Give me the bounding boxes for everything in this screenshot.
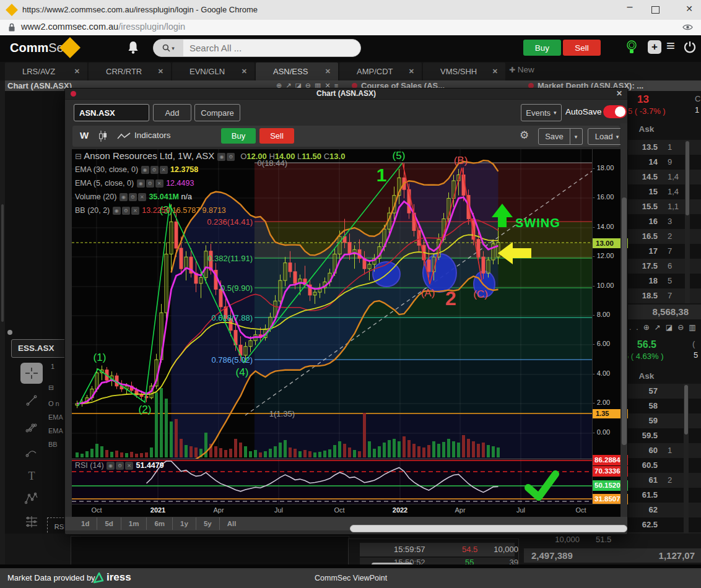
depth-row[interactable]: 61.5 [627, 488, 701, 503]
tab-close-icon[interactable]: ✕ [325, 67, 331, 76]
modal-hscrollbar[interactable] [350, 525, 627, 532]
tape-row[interactable]: 15:59:57 54.5 10,000 [360, 543, 515, 556]
close-window-icon[interactable]: ✕ [680, 4, 699, 14]
tab-crr-rtr[interactable]: CRR/RTR✕ [89, 63, 171, 80]
tab-close-icon[interactable]: ✕ [492, 67, 498, 76]
buy-button[interactable]: Buy [523, 40, 561, 56]
add-button[interactable]: Add [153, 104, 191, 121]
remove-icon[interactable]: ✕ [155, 179, 163, 188]
depth-row[interactable]: 17.56 [627, 259, 701, 274]
tab-vms-shh[interactable]: VMS/SHH✕ [423, 63, 505, 80]
search-input[interactable] [188, 40, 352, 56]
eye-icon[interactable]: ◉ [141, 166, 149, 174]
gear-icon[interactable]: ⚙ [150, 166, 159, 174]
events-dropdown[interactable]: Events▾ [521, 104, 562, 121]
tab-amp-cdt[interactable]: AMP/CDT✕ [339, 63, 422, 80]
power-icon[interactable] [683, 40, 697, 54]
depth-row[interactable]: 14.51,4 [627, 170, 701, 184]
depth-row[interactable]: 601 [627, 443, 701, 458]
remove-icon[interactable]: ✕ [131, 207, 139, 215]
depth-row[interactable]: 149 [627, 155, 701, 170]
range-1m[interactable]: 1m [121, 517, 147, 530]
tab-asn-ess-active[interactable]: ASN/ESS✕ [256, 63, 338, 80]
add-panel-icon[interactable]: + [648, 40, 661, 54]
gear-icon[interactable]: ⚙ [129, 193, 137, 201]
popout-icon[interactable]: ◪ [666, 323, 677, 332]
range-5d[interactable]: 5d [97, 517, 121, 530]
tool-xabcd-pattern[interactable] [20, 488, 43, 509]
columns-icon[interactable]: ▥ [689, 323, 700, 332]
range-1y[interactable]: 1y [173, 517, 196, 530]
collapse-icon[interactable]: ⊟ [75, 152, 82, 161]
eye-icon[interactable]: ◉ [120, 193, 128, 201]
gear-icon[interactable]: ⚙ [146, 179, 154, 188]
gear-icon[interactable]: ⚙ [116, 462, 124, 470]
tool-fib-retracement[interactable] [20, 511, 43, 532]
ess-symbol-box[interactable]: ESS.ASX [11, 339, 67, 358]
tab-close-icon[interactable]: ✕ [409, 67, 414, 76]
tab-lrs-avz[interactable]: LRS/AVZ✕ [5, 63, 87, 80]
depth-row[interactable]: 16.52 [627, 229, 701, 244]
depth-row[interactable]: 612 [627, 473, 701, 488]
depth-row[interactable]: 62.5 [627, 517, 701, 532]
depth-row[interactable]: 58 [627, 399, 701, 413]
remove-icon[interactable]: ✕ [125, 462, 133, 470]
period-label[interactable]: W [80, 130, 89, 141]
eye-icon[interactable]: ◉ [217, 153, 225, 161]
depth-row[interactable]: 13.51 [627, 140, 701, 155]
expand-icon[interactable]: ↗ [655, 323, 666, 332]
plus-icon[interactable]: ⊕ [643, 323, 655, 332]
symbol-input[interactable] [74, 104, 149, 121]
depth-row[interactable]: 185 [627, 274, 701, 288]
compare-button[interactable]: Compare [194, 104, 240, 121]
depth-row[interactable]: 62 [627, 503, 701, 517]
modal-titlebar[interactable]: Chart (ASN.ASX) ✕ [65, 89, 627, 100]
modal-vscrollbar[interactable] [620, 123, 627, 517]
depth-row[interactable]: 15.51,1 [627, 199, 701, 214]
time-axis[interactable]: Oct 2021 Apr Jul Oct 2022 Apr Jul Oct [72, 504, 627, 517]
eye-icon[interactable]: ◉ [113, 207, 121, 215]
tab-evn-gln[interactable]: EVN/GLN✕ [172, 63, 255, 80]
depth-row[interactable]: 57 [627, 384, 701, 399]
lightbulb-icon[interactable] [625, 39, 638, 56]
depth-panel-icons[interactable]: ..⊕↗◪⊖▥ [629, 323, 701, 332]
url-text[interactable]: www2.commsec.com.au/iressplugin/login [21, 22, 185, 32]
drag-dot[interactable] [7, 330, 12, 335]
indicators-button[interactable]: Indicators [134, 131, 171, 140]
depth-row[interactable]: 151,4 [627, 184, 701, 199]
depth-row[interactable]: 18.57 [627, 288, 701, 303]
depth-row[interactable]: 59.5 [627, 428, 701, 443]
range-6m[interactable]: 6m [147, 517, 173, 530]
autosave-toggle[interactable] [603, 105, 627, 118]
remove-icon[interactable]: ✕ [160, 166, 168, 174]
left-scroll-strip[interactable] [0, 80, 5, 568]
tab-close-icon[interactable]: ✕ [158, 67, 163, 76]
eye-icon[interactable] [682, 24, 693, 31]
range-1d[interactable]: 1d [74, 517, 97, 530]
tool-crosshair[interactable] [20, 363, 43, 384]
minimize-icon[interactable]: – [620, 1, 639, 12]
range-all[interactable]: All [220, 517, 244, 530]
depth-scrollbar[interactable] [685, 140, 690, 303]
minimize-panel-icon[interactable]: ⊖ [677, 323, 689, 332]
menu-icon[interactable]: ≡ [666, 37, 675, 54]
save-caret-button[interactable]: ▾ [570, 128, 583, 145]
sell-button[interactable]: Sell [563, 40, 601, 56]
depth-row[interactable]: 163 [627, 214, 701, 229]
candlestick-style-icon[interactable] [98, 130, 107, 142]
tool-trendline[interactable] [20, 390, 43, 411]
tool-arc[interactable] [20, 442, 43, 463]
tab-close-icon[interactable]: ✕ [74, 67, 80, 76]
depth-row[interactable]: 177 [627, 244, 701, 259]
search-scope-dropdown[interactable]: ▾ [154, 40, 183, 56]
tool-text[interactable]: T [20, 465, 43, 486]
gear-icon[interactable]: ⚙ [520, 129, 529, 142]
eye-icon[interactable]: ◉ [107, 462, 115, 470]
modal-close-icon[interactable]: ✕ [616, 89, 622, 98]
depth-row[interactable]: 60.5 [627, 458, 701, 473]
depth2-scrollbar[interactable] [684, 384, 689, 547]
maximize-icon[interactable] [651, 6, 660, 14]
remove-icon[interactable]: ✕ [138, 193, 146, 201]
depth-row[interactable]: 59 [627, 413, 701, 428]
new-tab-button[interactable]: ✚ New [509, 65, 534, 74]
